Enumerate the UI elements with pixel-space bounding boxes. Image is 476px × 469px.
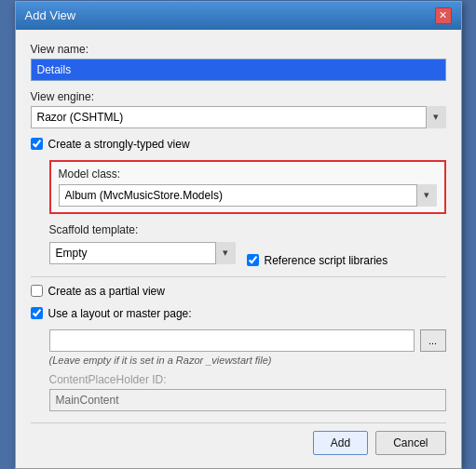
- scaffold-select-wrapper: Empty Create Delete Details Edit List: [49, 242, 236, 264]
- model-class-section: Model class: Album (MvcMusicStore.Models…: [31, 160, 446, 267]
- view-engine-row: View engine: Razor (CSHTML) ASPX: [31, 90, 446, 128]
- partial-view-label[interactable]: Create as a partial view: [48, 285, 165, 298]
- use-layout-checkbox[interactable]: [31, 307, 43, 319]
- model-class-box: Model class: Album (MvcMusicStore.Models…: [49, 160, 446, 214]
- scaffold-row: Empty Create Delete Details Edit List Re…: [49, 239, 446, 267]
- partial-view-row: Create as a partial view: [31, 285, 446, 298]
- title-bar: Add View ✕: [16, 2, 461, 30]
- content-placeholder-input[interactable]: [49, 389, 446, 411]
- content-placeholder-row: ContentPlaceHolder ID:: [49, 373, 446, 411]
- browse-button[interactable]: ...: [420, 329, 446, 352]
- reference-scripts-checkbox[interactable]: [247, 254, 259, 266]
- layout-section: ... (Leave empty if it is set in a Razor…: [31, 329, 446, 411]
- layout-input-row: ...: [49, 329, 446, 352]
- model-class-label: Model class:: [59, 168, 437, 181]
- dialog-title: Add View: [25, 8, 76, 22]
- model-class-select[interactable]: Album (MvcMusicStore.Models): [59, 184, 437, 207]
- view-name-label: View name:: [31, 43, 446, 56]
- reference-scripts-label[interactable]: Reference script libraries: [265, 254, 388, 267]
- reference-scripts-row: Reference script libraries: [247, 239, 388, 267]
- add-view-dialog: Add View ✕ View name: View engine: Razor…: [15, 1, 462, 469]
- scaffold-select[interactable]: Empty Create Delete Details Edit List: [49, 242, 236, 264]
- strongly-typed-label[interactable]: Create a strongly-typed view: [48, 138, 190, 151]
- view-engine-select[interactable]: Razor (CSHTML) ASPX: [31, 106, 446, 128]
- view-engine-label: View engine:: [31, 90, 446, 103]
- strongly-typed-row: Create a strongly-typed view: [31, 138, 446, 151]
- use-layout-row: Use a layout or master page:: [31, 307, 446, 320]
- add-button[interactable]: Add: [313, 431, 368, 455]
- view-engine-select-wrapper: Razor (CSHTML) ASPX: [31, 106, 446, 128]
- model-class-select-wrapper: Album (MvcMusicStore.Models): [59, 184, 437, 207]
- divider-1: [31, 276, 446, 277]
- button-row: Add Cancel: [31, 422, 446, 455]
- partial-view-checkbox[interactable]: [31, 285, 43, 297]
- scaffold-template-label: Scaffold template:: [49, 223, 446, 236]
- layout-path-input[interactable]: [49, 329, 415, 352]
- view-name-row: View name:: [31, 43, 446, 81]
- content-placeholder-label: ContentPlaceHolder ID:: [49, 373, 446, 386]
- close-button[interactable]: ✕: [435, 7, 452, 24]
- use-layout-label[interactable]: Use a layout or master page:: [48, 307, 192, 320]
- dialog-body: View name: View engine: Razor (CSHTML) A…: [16, 30, 461, 468]
- cancel-button[interactable]: Cancel: [375, 431, 445, 455]
- strongly-typed-checkbox[interactable]: [31, 138, 43, 150]
- scaffold-template-row: Scaffold template: Empty Create Delete D…: [49, 223, 446, 267]
- hint-text: (Leave empty if it is set in a Razor _vi…: [49, 355, 446, 366]
- view-name-input[interactable]: [31, 59, 446, 81]
